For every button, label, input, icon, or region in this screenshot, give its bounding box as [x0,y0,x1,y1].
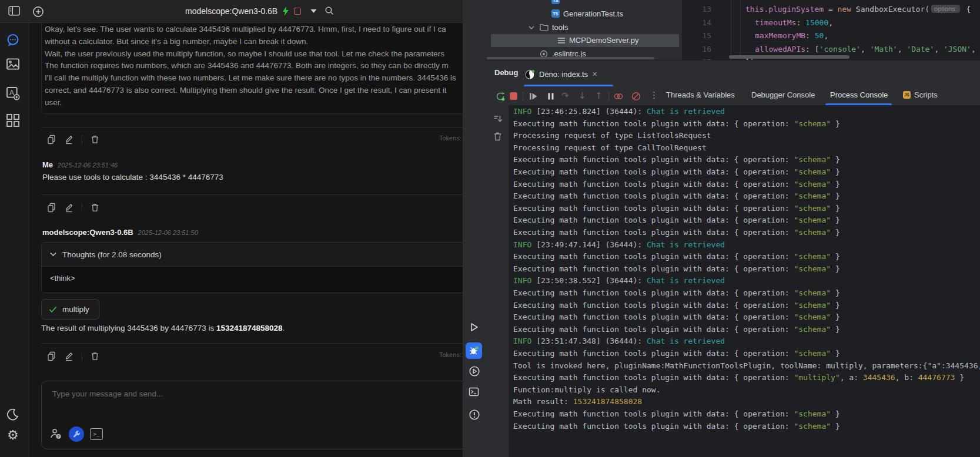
tab-debugger-console[interactable]: Debugger Console [751,90,815,99]
console-log-line: Function:multiply is called now. [513,385,660,394]
python-file-icon [557,37,566,44]
edit-icon[interactable] [64,135,73,145]
assistant-think-line: without a calculator. But since it's a b… [45,36,463,48]
tab-threads-variables[interactable]: Threads & Variables [666,90,735,99]
pause-icon[interactable] [546,91,556,102]
delete-icon[interactable] [91,351,99,361]
assistant-profile-icon[interactable]: ? [50,428,63,440]
scroll-to-end-icon[interactable] [493,114,503,124]
delete-icon[interactable] [91,203,99,213]
tab-label: Threads & Variables [666,90,735,99]
copy-icon[interactable] [47,351,56,361]
console-log-line: Executing math function tools plugin wit… [513,119,840,128]
chat-titlebar: modelscope:Qwen3-0.6B [0,0,463,23]
message-input-placeholder: Type your message and send... [52,389,163,398]
tree-item-label: MCPDemoServer.py [569,36,638,45]
divider [82,203,82,211]
terminal-icon[interactable] [469,387,479,397]
sidebar-item-chat[interactable] [6,33,20,47]
sidebar-item-apps-grid[interactable] [6,113,20,127]
resume-icon[interactable] [528,91,539,102]
thoughts-collapsible: Thoughts (for 2.08 seconds) <think> [41,242,463,293]
run-icon[interactable] [469,322,479,332]
clear-console-icon[interactable] [493,132,503,142]
edit-icon[interactable] [64,351,73,361]
edit-icon[interactable] [64,203,73,213]
chevron-down-icon[interactable] [310,9,317,14]
toggle-sidebar-icon[interactable] [8,6,20,16]
stop-icon[interactable] [510,92,517,100]
line-number: 15 [688,31,711,40]
tab-scripts[interactable]: JSScripts [903,90,938,99]
window-title: modelscope:Qwen3-0.6B [185,6,277,16]
console-log-line: Executing math function tools plugin wit… [513,216,840,224]
search-icon[interactable] [325,6,335,16]
settings-button[interactable]: ⚙ [7,429,19,442]
assistant-think-line: I'll call the multiply function with the… [45,72,463,85]
console-log-line: Executing math function tools plugin wit… [513,422,840,431]
console-log-line: Executing math function tools plugin wit… [513,228,840,237]
console-log-line: Executing math function tools plugin wit… [513,264,840,273]
problems-icon[interactable] [469,409,480,421]
tokens-count: Tokens:1 [439,351,463,358]
assistant-message-header: modelscope:Qwen3-0.6B2025-12-06 23:51:50 [42,227,198,237]
tree-item[interactable]: TS [485,0,682,7]
step-out-icon[interactable]: ↑ [595,90,603,101]
console-log-line: INFO [23:51:47.348] (36444): Chat is ret… [513,337,725,345]
sidebar-item-translate[interactable]: A [6,86,20,100]
no-breakpoints-icon[interactable] [631,91,641,102]
more-options-icon[interactable]: ⋮ [650,90,658,100]
chat-sidebar: A ⚙ [0,22,29,457]
tools-toggle-button[interactable] [69,426,84,442]
tree-item-tools[interactable]: tools [485,21,682,34]
delete-icon[interactable] [91,135,99,145]
chevron-down-icon[interactable] [529,25,534,30]
user-name: Me [42,160,53,169]
thoughts-header[interactable]: Thoughts (for 2.08 seconds) [42,243,463,266]
code-editor[interactable]: 1314151617 this.pluginSystem = new Sandb… [682,0,980,60]
ide-window: TSTSGenerationTest.tstoolsMCPDemoServer.… [463,0,980,457]
step-into-icon[interactable]: ↓ [578,90,586,101]
stop-generation-button[interactable] [294,8,301,15]
assistant-model-name: modelscope:Qwen3-0.6B [42,228,133,237]
console-log-line: Executing math function tools plugin wit… [513,167,840,176]
tool-call-chip[interactable]: multiply [41,299,99,320]
console-log-line: Executing math function tools plugin wit… [513,288,840,297]
assistant-result-text: The result of multiplying 3445436 by 444… [41,324,285,332]
rerun-icon[interactable] [495,91,506,102]
tab-process-console[interactable]: Process Console [830,90,888,99]
editor-horizontal-scrollbar[interactable] [729,55,849,59]
console-log-line: Executing math function tools plugin wit… [513,325,840,334]
console-log-line: Executing math function tools plugin wit… [513,191,840,200]
debug-toolwindow-button[interactable] [466,342,482,359]
debug-session-tab[interactable]: Deno: index.ts ✕ [525,63,597,85]
parameter-hint-inlay: options: [931,5,960,13]
thoughts-label: Thoughts (for 2.08 seconds) [62,250,162,259]
model-selector[interactable]: modelscope:Qwen3-0.6B [185,0,301,22]
new-chat-icon[interactable] [32,6,44,18]
copy-icon[interactable] [47,203,56,213]
debug-panel: Debug Deno: index.ts ✕ [485,60,980,457]
sidebar-item-images[interactable] [6,57,20,71]
tab-label: Scripts [914,90,938,99]
tree-item-mcpdemoserver-py[interactable]: MCPDemoServer.py [491,34,679,47]
copy-icon[interactable] [47,135,56,145]
message-divider [41,127,463,127]
dark-mode-toggle[interactable] [6,408,19,421]
assistant-think-line: Okay, let's see. The user wants to calcu… [45,23,463,36]
tree-item-generationtest-ts[interactable]: TSGenerationTest.ts [485,8,682,21]
close-icon[interactable]: ✕ [592,70,597,78]
console-log-line: Tool is invoked here, pluginName:MathFun… [513,361,980,370]
console-log-line: Executing math function tools plugin wit… [513,373,964,382]
step-over-icon[interactable]: ↷ [561,90,569,101]
active-tab-underline [524,85,613,86]
process-console-output[interactable]: INFO [23:46:25.824] (36444): Chat is ret… [509,105,980,457]
profiler-icon[interactable] [469,365,480,377]
terminal-toggle-button[interactable]: >_ [90,428,103,440]
user-message-header: Me2025-12-06 23:51:46 [42,159,118,170]
tree-horizontal-scrollbar[interactable] [487,57,654,59]
user-message-timestamp: 2025-12-06 23:51:46 [58,162,118,169]
debug-panel-title: Debug [494,68,518,77]
mute-breakpoints-icon[interactable] [613,91,624,102]
message-input[interactable]: Type your message and send... ? >_ [41,381,463,449]
